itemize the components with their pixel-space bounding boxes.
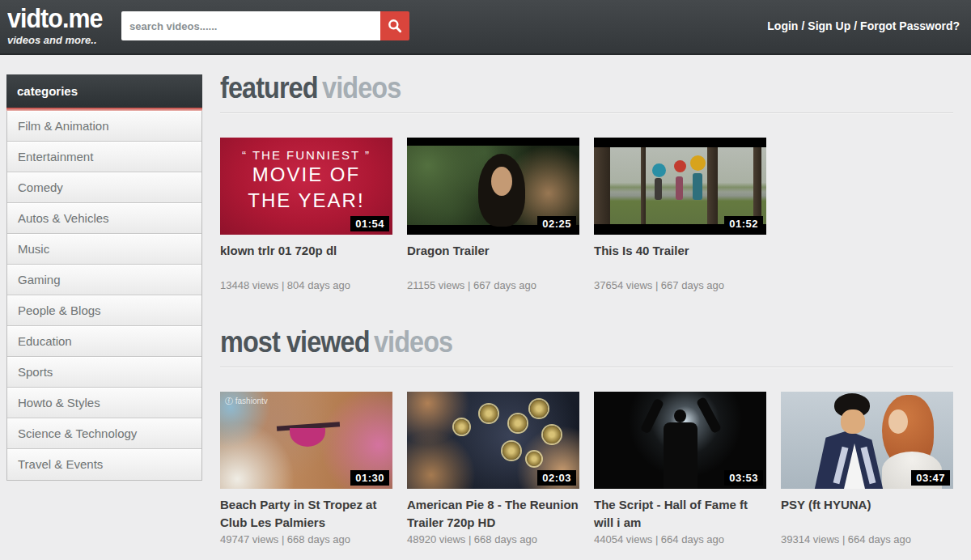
sidebar-item[interactable]: Travel & Events	[7, 449, 201, 480]
duration-badge: 02:03	[537, 470, 576, 486]
video-meta: 13448 views | 804 days ago	[220, 279, 392, 291]
section-title: featuredvideos	[220, 71, 880, 105]
thumbnail-text-line: MOVIE OF	[220, 162, 392, 188]
auth-nav: Login/Sign Up/Forgot Password?	[767, 19, 960, 32]
section-divider	[220, 367, 953, 367]
site-header: vidto.me videos and more.. Login/Sign Up…	[0, 0, 971, 55]
video-card: 02:25 Dragon Trailer 21155 views | 667 d…	[407, 138, 579, 291]
search-button[interactable]	[380, 11, 409, 40]
thumbnail-text-line: THE YEAR!	[220, 188, 392, 214]
site-logo[interactable]: vidto.me	[7, 3, 102, 34]
thumbnail-art-shape	[690, 155, 706, 171]
section-title-light: videos	[322, 71, 401, 104]
thumbnail-art-shape	[753, 147, 761, 224]
video-meta: 39314 views | 664 days ago	[781, 533, 953, 545]
sidebar-item[interactable]: Comedy	[7, 172, 201, 203]
thumbnail-art-shape	[594, 147, 610, 224]
video-card: 02:03 American Pie 8 - The Reunion Trail…	[407, 392, 579, 545]
duration-badge: 01:54	[350, 216, 389, 231]
section-title: most viewedvideos	[220, 325, 880, 359]
video-thumbnail[interactable]: 01:52	[594, 138, 766, 235]
main-content: featuredvideos “ THE FUNNIEST ” MOVIE OF…	[220, 71, 953, 560]
sidebar-item[interactable]: Gaming	[7, 265, 201, 295]
thumbnail-art-shape	[674, 409, 686, 422]
video-card: 03:53 The Script - Hall of Fame ft will …	[594, 392, 766, 545]
auth-separator: /	[798, 19, 808, 32]
video-card: fashiontv 01:30 Beach Party in St Tropez…	[220, 392, 392, 545]
video-card: 03:47 PSY (ft HYUNA) 39314 views | 664 d…	[781, 392, 953, 545]
thumbnail-text-line: “ THE FUNNIEST ”	[220, 148, 392, 162]
thumbnail-art-shape	[502, 442, 520, 460]
thumbnail-art-shape	[664, 422, 698, 489]
section-title-light: videos	[374, 325, 452, 358]
thumbnail-art-shape	[676, 176, 683, 200]
video-title[interactable]: This Is 40 Trailer	[594, 242, 766, 279]
video-meta: 44054 views | 664 days ago	[594, 533, 766, 545]
video-thumbnail[interactable]: 03:53	[594, 392, 766, 489]
sidebar-item[interactable]: Music	[7, 234, 201, 265]
signup-link[interactable]: Sign Up	[808, 19, 850, 32]
sidebar-item[interactable]: Entertainment	[7, 142, 201, 172]
sidebar-item[interactable]: Sports	[7, 357, 201, 388]
thumbnail-art-shape	[655, 178, 662, 200]
video-meta: 37654 views | 667 days ago	[594, 279, 766, 291]
video-card: “ THE FUNNIEST ” MOVIE OF THE YEAR! 01:5…	[220, 138, 392, 291]
video-section: featuredvideos “ THE FUNNIEST ” MOVIE OF…	[220, 71, 953, 291]
video-section: most viewedvideos fashiontv 01:30 Beach …	[220, 325, 953, 545]
video-title[interactable]: PSY (ft HYUNA)	[781, 496, 953, 533]
video-title[interactable]: klown trlr 01 720p dl	[220, 242, 392, 279]
video-title[interactable]: American Pie 8 - The Reunion Trailer 720…	[407, 496, 579, 533]
video-grid: fashiontv 01:30 Beach Party in St Tropez…	[220, 392, 953, 545]
sidebar-item[interactable]: Science & Technology	[7, 418, 201, 449]
thumbnail-art-shape	[454, 419, 469, 435]
search-form	[121, 11, 409, 40]
thumbnail-art-shape	[707, 147, 718, 224]
categories-sidebar: categories Film & AnimationEntertainment…	[6, 74, 202, 481]
sidebar-item[interactable]: Film & Animation	[7, 111, 201, 142]
sidebar-item[interactable]: Autos & Vehicles	[7, 203, 201, 234]
search-input[interactable]	[121, 11, 380, 40]
video-title[interactable]: The Script - Hall of Fame ft will i am	[594, 496, 766, 533]
login-link[interactable]: Login	[767, 19, 798, 32]
video-title[interactable]: Beach Party in St Tropez at Club Les Pal…	[220, 496, 392, 533]
section-title-bold: most viewed	[220, 325, 370, 358]
video-title[interactable]: Dragon Trailer	[407, 242, 579, 279]
thumbnail-art-shape	[530, 400, 548, 418]
thumbnail-art-shape	[693, 173, 702, 200]
video-grid: “ THE FUNNIEST ” MOVIE OF THE YEAR! 01:5…	[220, 138, 953, 291]
video-thumbnail[interactable]: 03:47	[781, 392, 953, 489]
section-divider	[220, 112, 953, 113]
duration-badge: 01:30	[350, 470, 389, 486]
logo-block: vidto.me videos and more..	[7, 3, 111, 46]
video-thumbnail[interactable]: fashiontv 01:30	[220, 392, 392, 489]
video-card: 01:52 This Is 40 Trailer 37654 views | 6…	[594, 138, 766, 291]
thumbnail-art-shape	[652, 163, 666, 177]
category-list: Film & AnimationEntertainmentComedyAutos…	[6, 111, 202, 481]
thumbnail-art-shape	[641, 147, 646, 224]
video-thumbnail[interactable]: 02:03	[407, 392, 579, 489]
auth-separator: /	[850, 19, 860, 32]
section-title-bold: featured	[220, 71, 318, 104]
video-meta: 21155 views | 667 days ago	[407, 279, 579, 291]
thumbnail-art-shape	[509, 414, 527, 432]
forgot-password-link[interactable]: Forgot Password?	[860, 19, 960, 32]
thumbnail-art-shape	[527, 452, 541, 466]
duration-badge: 03:47	[911, 470, 950, 486]
thumbnail-art-shape	[491, 167, 512, 196]
thumbnail-art-shape	[480, 405, 498, 422]
thumbnail-art-shape	[543, 426, 561, 443]
fashiontv-watermark: fashiontv	[225, 396, 268, 407]
video-thumbnail[interactable]: “ THE FUNNIEST ” MOVIE OF THE YEAR! 01:5…	[220, 138, 392, 235]
thumbnail-art-shape	[888, 409, 908, 434]
thumbnail-art-shape	[841, 409, 865, 434]
duration-badge: 03:53	[724, 470, 763, 486]
categories-header: categories	[6, 74, 202, 108]
search-icon	[387, 18, 403, 34]
video-thumbnail[interactable]: 02:25	[407, 138, 579, 235]
video-meta: 49747 views | 668 days ago	[220, 533, 392, 545]
sidebar-item[interactable]: Education	[7, 326, 201, 357]
duration-badge: 01:52	[724, 216, 763, 231]
sidebar-item[interactable]: People & Blogs	[7, 295, 201, 326]
video-meta: 48920 views | 668 days ago	[407, 533, 579, 545]
sidebar-item[interactable]: Howto & Styles	[7, 388, 201, 418]
